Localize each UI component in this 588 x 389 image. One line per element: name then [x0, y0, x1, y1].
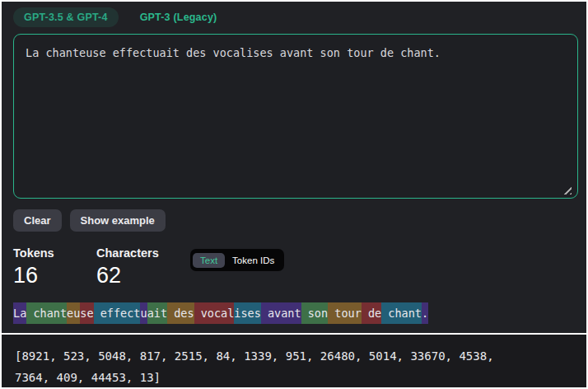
- clear-button[interactable]: Clear: [13, 209, 62, 232]
- output-mode-toggle: Text Token IDs: [190, 249, 284, 271]
- token-ids-text: [8921, 523, 5048, 817, 2515, 84, 1339, 9…: [15, 345, 509, 387]
- tokenizer-app: GPT-3.5 & GPT-4 GPT-3 (Legacy) La chante…: [2, 2, 586, 387]
- toggle-option-token-ids[interactable]: Token IDs: [225, 253, 282, 268]
- token-span: son: [301, 302, 329, 324]
- token-span: u: [140, 302, 147, 324]
- tab-gpt-3-legacy[interactable]: GPT-3 (Legacy): [140, 12, 217, 23]
- token-span: .: [422, 302, 428, 324]
- token-span: La: [13, 302, 26, 324]
- tokens-stat: Tokens 16: [13, 246, 96, 288]
- tokenizer-input[interactable]: La chanteuse effectuait des vocalises av…: [13, 34, 578, 199]
- token-span: effect: [94, 302, 141, 324]
- token-span: tour: [328, 302, 362, 324]
- token-span: de: [362, 302, 381, 324]
- characters-label: Characters: [96, 246, 180, 260]
- main-content: GPT-3.5 & GPT-4 GPT-3 (Legacy) La chante…: [2, 2, 586, 333]
- token-span: chant: [26, 302, 67, 324]
- editor-wrapper: La chanteuse effectuait des vocalises av…: [13, 34, 575, 199]
- tab-gpt-3.5-and-gpt-4[interactable]: GPT-3.5 & GPT-4: [13, 7, 119, 27]
- token-span: eu: [67, 302, 80, 324]
- token-span: chant: [381, 302, 422, 324]
- token-line: La chanteuse effectuait des vocalises av…: [13, 302, 575, 324]
- characters-count: 62: [96, 264, 180, 288]
- token-span: ises: [234, 302, 261, 324]
- show-example-button[interactable]: Show example: [70, 209, 166, 232]
- toggle-option-text[interactable]: Text: [193, 253, 225, 268]
- screenshot-frame: GPT-3.5 & GPT-4 GPT-3 (Legacy) La chante…: [0, 0, 588, 389]
- token-ids-box: [8921, 523, 5048, 817, 2515, 84, 1339, 9…: [2, 333, 586, 387]
- stats-row: Tokens 16 Characters 62 Text Token IDs: [13, 246, 575, 288]
- token-span: avant: [261, 302, 301, 324]
- token-span: se: [80, 302, 93, 324]
- characters-stat: Characters 62: [96, 246, 180, 288]
- model-tabs: GPT-3.5 & GPT-4 GPT-3 (Legacy): [13, 7, 575, 28]
- tokens-label: Tokens: [13, 246, 96, 260]
- token-span: vocal: [194, 302, 235, 324]
- token-span: ait: [147, 302, 167, 324]
- token-span: des: [167, 302, 194, 324]
- action-buttons: Clear Show example: [13, 209, 575, 232]
- tokens-count: 16: [13, 264, 96, 288]
